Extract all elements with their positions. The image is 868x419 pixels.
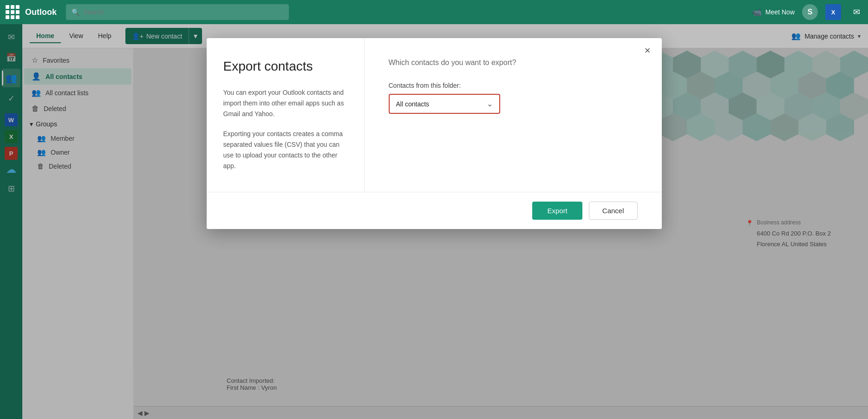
modal-question: Which contacts do you want to export?	[389, 59, 638, 67]
search-icon: 🔍	[72, 8, 79, 16]
app-grid-icon[interactable]	[4, 3, 21, 21]
dropdown-arrow-icon: ⌄	[487, 99, 493, 108]
search-box[interactable]: 🔍	[66, 4, 289, 20]
folder-select-dropdown[interactable]: All contacts ⌄	[389, 94, 500, 114]
modal-body: Export contacts You can export your Outl…	[207, 38, 662, 192]
modal-overlay: × Export contacts You can export your Ou…	[0, 24, 868, 419]
modal: × Export contacts You can export your Ou…	[207, 38, 662, 229]
modal-right-panel: Which contacts do you want to export? Co…	[365, 38, 662, 192]
export-button[interactable]: Export	[532, 202, 582, 220]
modal-title: Export contacts	[223, 59, 347, 74]
search-input[interactable]	[83, 8, 283, 16]
feedback-icon[interactable]: ✉	[848, 4, 864, 20]
cancel-button[interactable]: Cancel	[589, 202, 638, 220]
modal-left-panel: Export contacts You can export your Outl…	[207, 38, 365, 192]
skype-icon[interactable]: S	[802, 4, 818, 20]
top-bar: Outlook 🔍 📹 Meet Now S X ✉	[0, 0, 868, 24]
app-logo: Outlook	[25, 7, 57, 17]
topbar-right: 📹 Meet Now S X ✉	[752, 4, 864, 20]
meet-now-button[interactable]: 📹 Meet Now	[752, 8, 795, 17]
excel-icon[interactable]: X	[825, 4, 841, 20]
video-icon: 📹	[752, 8, 762, 17]
modal-description-1: You can export your Outlook contacts and…	[223, 87, 347, 119]
modal-close-button[interactable]: ×	[641, 44, 654, 58]
modal-description-2: Exporting your contacts creates a comma …	[223, 129, 347, 171]
folder-label: Contacts from this folder:	[389, 82, 638, 89]
modal-footer: Export Cancel	[207, 192, 662, 229]
